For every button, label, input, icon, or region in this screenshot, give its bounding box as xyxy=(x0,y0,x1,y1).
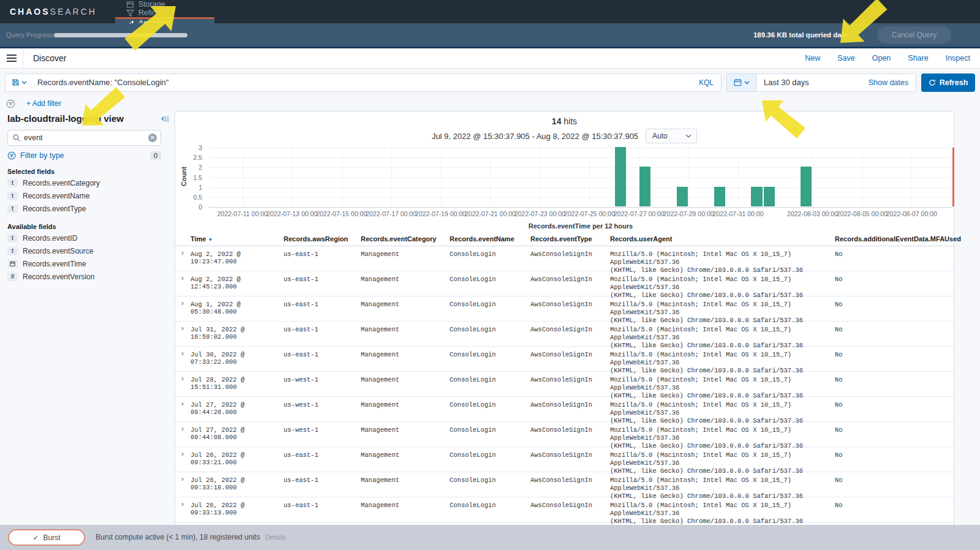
chart-range-row: Jul 9, 2022 @ 15:30:37.905 - Aug 8, 2022… xyxy=(175,129,954,143)
cell-time: Aug 1, 2022 @ 05:30:48.000 xyxy=(190,296,284,325)
details-link[interactable]: Details xyxy=(265,533,286,541)
show-dates-button[interactable]: Show dates xyxy=(869,78,916,87)
gridline xyxy=(209,197,952,198)
query-input[interactable] xyxy=(32,78,692,87)
expand-column-header xyxy=(175,233,190,246)
cell-mfa-used: No xyxy=(835,296,954,325)
cell-event-type: AwsConsoleSignIn xyxy=(530,322,610,350)
filter-by-type-row[interactable]: Filter by type 0 xyxy=(7,151,161,160)
histogram-bar[interactable] xyxy=(639,167,651,206)
time-range-value[interactable]: Last 30 days xyxy=(756,78,869,87)
filter-by-type-label[interactable]: Filter by type xyxy=(20,151,64,160)
add-filter-button[interactable]: + Add filter xyxy=(26,99,61,108)
column-header-records-awsregion[interactable]: Records.awsRegion xyxy=(284,233,361,246)
field-item[interactable]: tRecords.eventSource xyxy=(7,244,175,257)
header-action-open[interactable]: Open xyxy=(872,54,891,62)
table-row: ›Jul 26, 2022 @ 09:33:13.000us-east-1Man… xyxy=(175,497,954,522)
field-search-box[interactable]: ✕ xyxy=(7,130,161,146)
refresh-button[interactable]: Refresh xyxy=(921,73,975,92)
clear-search-icon[interactable]: ✕ xyxy=(148,134,157,142)
expand-row-icon[interactable]: › xyxy=(175,472,190,500)
cell-event-type: AwsConsoleSignIn xyxy=(530,447,610,475)
nav-tab-refinery[interactable]: Refinery xyxy=(115,9,214,17)
expand-row-icon[interactable]: › xyxy=(175,497,190,526)
nav-tab-storage[interactable]: Storage xyxy=(115,0,214,9)
cell-user-agent: Mozilla/5.0 (Macintosh; Intel Mac OS X 1… xyxy=(610,271,835,299)
table-row: ›Aug 1, 2022 @ 05:30:48.000us-east-1Mana… xyxy=(175,296,954,322)
top-navigation-bar: CHAOSSEARCH StorageRefineryAnalyticsSyst… xyxy=(0,0,980,23)
menu-icon[interactable] xyxy=(0,48,23,68)
interval-select[interactable]: Auto xyxy=(646,129,697,143)
column-header-records-eventname[interactable]: Records.eventName xyxy=(450,233,530,246)
histogram-bar[interactable] xyxy=(800,167,812,206)
expand-row-icon[interactable]: › xyxy=(175,447,190,475)
cell-user-agent: Mozilla/5.0 (Macintosh; Intel Mac OS X 1… xyxy=(610,246,835,274)
expand-row-icon[interactable]: › xyxy=(175,296,190,325)
cell-aws-region: us-east-1 xyxy=(284,497,361,526)
y-tick-label: 1.5 xyxy=(193,174,202,181)
field-item[interactable]: Records.eventTime xyxy=(7,257,175,270)
expand-row-icon[interactable]: › xyxy=(175,397,190,425)
expand-row-icon[interactable]: › xyxy=(175,372,190,400)
header-action-new[interactable]: New xyxy=(805,54,820,62)
field-item[interactable]: tRecords.eventCategory xyxy=(7,176,175,189)
x-tick-label: 2022-07-29 00:00 xyxy=(663,210,714,217)
field-item[interactable]: #Records.eventVersion xyxy=(7,270,175,283)
histogram-plot[interactable] xyxy=(209,148,952,207)
cell-mfa-used: No xyxy=(835,246,954,274)
expand-row-icon[interactable]: › xyxy=(175,347,190,375)
expand-row-icon[interactable]: › xyxy=(175,246,190,274)
index-view-title[interactable]: lab-cloudtrail-logging view xyxy=(7,113,124,124)
cell-time: Jul 26, 2022 @ 09:33:21.000 xyxy=(190,447,284,475)
histogram-bar[interactable] xyxy=(763,187,775,206)
histogram-bar[interactable] xyxy=(614,147,627,206)
header-action-save[interactable]: Save xyxy=(837,54,855,62)
field-item[interactable]: tRecords.eventID xyxy=(7,232,175,244)
cell-user-agent: Mozilla/5.0 (Macintosh; Intel Mac OS X 1… xyxy=(610,296,835,325)
cell-event-name: ConsoleLogin xyxy=(450,246,530,274)
table-row: ›Aug 2, 2022 @ 19:23:47.000us-east-1Mana… xyxy=(175,246,954,271)
field-item[interactable]: tRecords.eventName xyxy=(7,189,175,202)
field-name: Records.eventID xyxy=(23,234,77,243)
field-item[interactable]: tRecords.eventType xyxy=(7,202,175,215)
cell-aws-region: us-east-1 xyxy=(284,296,361,325)
field-search-input[interactable] xyxy=(24,134,148,142)
filter-icon[interactable] xyxy=(6,99,15,108)
column-header-records-eventcategory[interactable]: Records.eventCategory xyxy=(361,233,450,246)
logo-text-light: SEARCH xyxy=(50,7,97,17)
query-input-box[interactable]: KQL xyxy=(5,73,722,92)
table-row: ›Jul 31, 2022 @ 16:59:02.000us-east-1Man… xyxy=(175,322,954,347)
query-progress-bar xyxy=(54,33,187,37)
x-tick-label: 2022-08-05 00:00 xyxy=(837,210,888,217)
sort-desc-icon[interactable]: ▼ xyxy=(208,237,213,243)
cell-user-agent: Mozilla/5.0 (Macintosh; Intel Mac OS X 1… xyxy=(610,497,835,526)
query-language-button[interactable]: KQL xyxy=(692,74,721,91)
cell-mfa-used: No xyxy=(835,497,954,526)
calendar-icon[interactable] xyxy=(727,74,756,91)
collapse-sidebar-icon[interactable] xyxy=(161,115,170,122)
column-header-records-eventtype[interactable]: Records.eventType xyxy=(530,233,610,246)
column-header-records-additionaleventdata-mfaused[interactable]: Records.additionalEventData.MFAUsed xyxy=(835,233,961,246)
burst-toggle-button[interactable]: ✓ Burst xyxy=(8,529,85,546)
saved-query-icon[interactable] xyxy=(6,78,32,86)
header-action-share[interactable]: Share xyxy=(908,54,928,62)
histogram-bar[interactable] xyxy=(750,187,763,206)
expand-row-icon[interactable]: › xyxy=(175,322,190,350)
column-header-records-useragent[interactable]: Records.userAgent xyxy=(610,233,835,246)
histogram-bar[interactable] xyxy=(714,187,726,206)
chaossearch-analytics-screen: CHAOSSEARCH StorageRefineryAnalyticsSyst… xyxy=(0,0,980,550)
cell-user-agent: Mozilla/5.0 (Macintosh; Intel Mac OS X 1… xyxy=(610,472,835,500)
y-tick-label: 1 xyxy=(198,184,202,191)
cell-event-category: Management xyxy=(361,246,450,274)
expand-row-icon[interactable]: › xyxy=(175,271,190,299)
gridline xyxy=(209,167,952,168)
cancel-query-button[interactable]: Cancel Query xyxy=(877,26,951,43)
x-tick-label: 2022-07-11 00:00 xyxy=(217,210,268,217)
gridline xyxy=(209,157,952,158)
column-header-time[interactable]: Time▼ xyxy=(190,233,284,246)
cell-event-name: ConsoleLogin xyxy=(450,447,530,475)
cell-time: Jul 26, 2022 @ 09:33:18.000 xyxy=(190,472,284,500)
header-action-inspect[interactable]: Inspect xyxy=(946,54,970,62)
expand-row-icon[interactable]: › xyxy=(175,422,190,450)
histogram-bar[interactable] xyxy=(676,187,688,206)
